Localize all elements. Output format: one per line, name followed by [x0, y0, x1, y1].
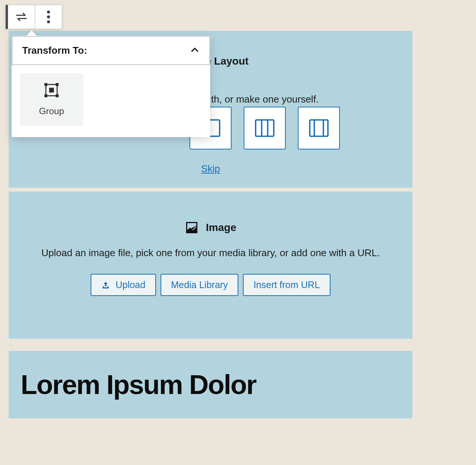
- transform-option-group[interactable]: Group: [20, 73, 83, 126]
- popover-title: Transform To:: [22, 45, 87, 56]
- transform-icon: [15, 11, 28, 23]
- transform-option-label: Group: [39, 106, 64, 116]
- svg-rect-7: [56, 95, 58, 97]
- image-panel-description: Upload an image file, pick one from your…: [41, 247, 380, 259]
- more-options-button[interactable]: [35, 5, 62, 29]
- block-toolbar: [6, 5, 62, 29]
- transform-button[interactable]: [8, 5, 35, 29]
- image-block-panel: Image Upload an image file, pick one fro…: [9, 192, 412, 339]
- insert-from-url-button[interactable]: Insert from URL: [243, 274, 330, 296]
- layout-option-33-33-33[interactable]: [244, 107, 286, 149]
- more-vertical-icon: [47, 11, 50, 23]
- heading-block-panel: Lorem Ipsum Dolor: [9, 351, 412, 418]
- media-library-button[interactable]: Media Library: [161, 274, 238, 296]
- svg-rect-14: [310, 120, 328, 136]
- layout-option-25-50-25[interactable]: [298, 107, 340, 149]
- svg-point-2: [47, 20, 50, 23]
- insert-url-label: Insert from URL: [253, 279, 320, 290]
- image-panel-header: Image: [185, 221, 236, 234]
- svg-rect-11: [256, 120, 274, 136]
- popover-header[interactable]: Transform To:: [12, 36, 210, 65]
- image-icon: [185, 221, 199, 234]
- chevron-up-icon: [190, 45, 200, 56]
- upload-label: Upload: [115, 279, 145, 290]
- group-icon: [44, 83, 59, 98]
- upload-icon: [101, 281, 110, 290]
- svg-point-0: [47, 11, 50, 14]
- image-panel-title: Image: [206, 222, 236, 234]
- columns-thirds-icon: [254, 117, 276, 139]
- columns-25-50-25-icon: [308, 117, 330, 139]
- popover-arrow: [26, 30, 37, 36]
- svg-point-1: [47, 15, 50, 18]
- upload-button[interactable]: Upload: [91, 274, 156, 296]
- svg-rect-8: [50, 88, 53, 92]
- skip-link[interactable]: Skip: [201, 163, 220, 175]
- svg-rect-6: [45, 95, 47, 97]
- transform-popover: Transform To: Group: [12, 36, 210, 137]
- heading-text[interactable]: Lorem Ipsum Dolor: [21, 369, 256, 400]
- media-library-label: Media Library: [171, 279, 228, 290]
- image-actions-row: Upload Media Library Insert from URL: [79, 274, 342, 296]
- svg-rect-4: [45, 84, 47, 86]
- svg-rect-5: [56, 84, 58, 86]
